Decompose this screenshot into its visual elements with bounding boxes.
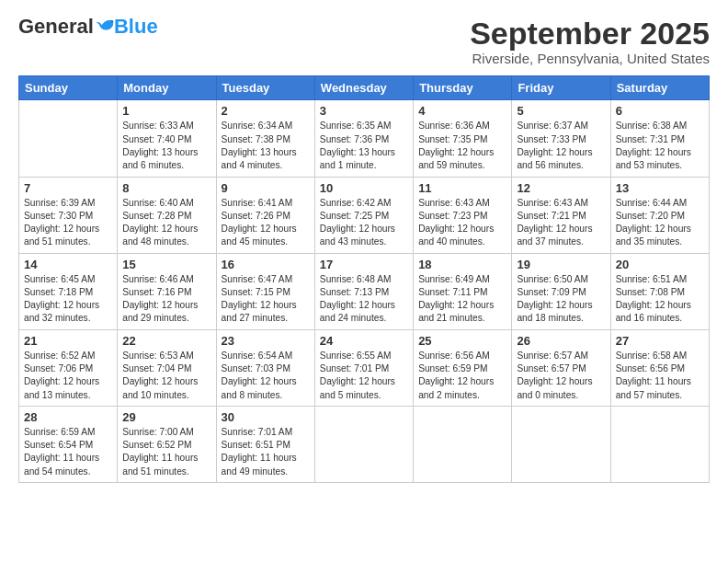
- day-number: 3: [320, 104, 408, 118]
- cell-data: Sunrise: 6:43 AMSunset: 7:21 PMDaylight:…: [517, 197, 605, 249]
- day-number: 27: [616, 334, 704, 348]
- day-number: 9: [222, 181, 310, 195]
- calendar-cell: 20Sunrise: 6:51 AMSunset: 7:08 PMDayligh…: [610, 253, 709, 329]
- calendar-cell: 25Sunrise: 6:56 AMSunset: 6:59 PMDayligh…: [414, 329, 512, 406]
- day-header-friday: Friday: [512, 76, 610, 100]
- calendar-cell: [314, 406, 413, 482]
- cell-data: Sunrise: 6:45 AMSunset: 7:18 PMDaylight:…: [24, 273, 112, 326]
- day-number: 23: [222, 334, 310, 348]
- cell-data: Sunrise: 6:43 AMSunset: 7:23 PMDaylight:…: [418, 197, 506, 249]
- calendar-cell: 12Sunrise: 6:43 AMSunset: 7:21 PMDayligh…: [512, 177, 610, 253]
- cell-data: Sunrise: 6:57 AMSunset: 6:57 PMDaylight:…: [517, 350, 605, 402]
- cell-data: Sunrise: 6:39 AMSunset: 7:30 PMDaylight:…: [24, 197, 112, 249]
- day-number: 22: [122, 334, 210, 348]
- calendar-cell: 5Sunrise: 6:37 AMSunset: 7:33 PMDaylight…: [512, 100, 610, 177]
- day-number: 1: [122, 104, 210, 118]
- day-number: 17: [320, 258, 408, 271]
- calendar-cell: 29Sunrise: 7:00 AMSunset: 6:52 PMDayligh…: [118, 406, 216, 482]
- week-row-2: 7Sunrise: 6:39 AMSunset: 7:30 PMDaylight…: [19, 177, 710, 253]
- calendar-cell: 6Sunrise: 6:38 AMSunset: 7:31 PMDaylight…: [610, 100, 709, 177]
- calendar-table: SundayMondayTuesdayWednesdayThursdayFrid…: [18, 75, 710, 483]
- day-number: 15: [122, 258, 210, 271]
- calendar-cell: 18Sunrise: 6:49 AMSunset: 7:11 PMDayligh…: [414, 253, 512, 329]
- cell-data: Sunrise: 6:35 AMSunset: 7:36 PMDaylight:…: [320, 120, 408, 172]
- cell-data: Sunrise: 7:00 AMSunset: 6:52 PMDaylight:…: [122, 426, 210, 478]
- calendar-cell: 27Sunrise: 6:58 AMSunset: 6:56 PMDayligh…: [610, 329, 709, 406]
- week-row-4: 21Sunrise: 6:52 AMSunset: 7:06 PMDayligh…: [19, 329, 710, 406]
- calendar-cell: 3Sunrise: 6:35 AMSunset: 7:36 PMDaylight…: [314, 100, 413, 177]
- cell-data: Sunrise: 7:01 AMSunset: 6:51 PMDaylight:…: [222, 426, 310, 478]
- day-header-wednesday: Wednesday: [314, 76, 413, 100]
- calendar-cell: 22Sunrise: 6:53 AMSunset: 7:04 PMDayligh…: [118, 329, 216, 406]
- logo-blue-text: Blue: [114, 17, 158, 37]
- calendar-cell: 23Sunrise: 6:54 AMSunset: 7:03 PMDayligh…: [216, 329, 314, 406]
- cell-data: Sunrise: 6:56 AMSunset: 6:59 PMDaylight:…: [418, 350, 506, 402]
- day-header-monday: Monday: [118, 76, 216, 100]
- calendar-cell: 10Sunrise: 6:42 AMSunset: 7:25 PMDayligh…: [314, 177, 413, 253]
- day-number: 12: [517, 181, 605, 195]
- cell-data: Sunrise: 6:50 AMSunset: 7:09 PMDaylight:…: [517, 273, 605, 326]
- day-number: 14: [24, 258, 112, 271]
- cell-data: Sunrise: 6:37 AMSunset: 7:33 PMDaylight:…: [517, 120, 605, 172]
- calendar-cell: 7Sunrise: 6:39 AMSunset: 7:30 PMDaylight…: [19, 177, 118, 253]
- logo-general-text: General: [18, 17, 94, 37]
- logo: General Blue: [18, 17, 158, 37]
- cell-data: Sunrise: 6:47 AMSunset: 7:15 PMDaylight:…: [222, 273, 310, 326]
- calendar-cell: 30Sunrise: 7:01 AMSunset: 6:51 PMDayligh…: [216, 406, 314, 482]
- location: Riverside, Pennsylvania, United States: [470, 51, 710, 66]
- cell-data: Sunrise: 6:54 AMSunset: 7:03 PMDaylight:…: [222, 350, 310, 402]
- calendar-cell: 19Sunrise: 6:50 AMSunset: 7:09 PMDayligh…: [512, 253, 610, 329]
- calendar-cell: 9Sunrise: 6:41 AMSunset: 7:26 PMDaylight…: [216, 177, 314, 253]
- day-number: 7: [24, 181, 112, 195]
- day-number: 26: [517, 334, 605, 348]
- day-number: 19: [517, 258, 605, 271]
- days-header-row: SundayMondayTuesdayWednesdayThursdayFrid…: [19, 76, 710, 100]
- calendar-cell: 1Sunrise: 6:33 AMSunset: 7:40 PMDaylight…: [118, 100, 216, 177]
- cell-data: Sunrise: 6:58 AMSunset: 6:56 PMDaylight:…: [616, 350, 704, 402]
- calendar-cell: [512, 406, 610, 482]
- calendar-cell: 11Sunrise: 6:43 AMSunset: 7:23 PMDayligh…: [414, 177, 512, 253]
- day-header-tuesday: Tuesday: [216, 76, 314, 100]
- title-block: September 2025 Riverside, Pennsylvania, …: [470, 17, 710, 66]
- calendar-cell: 15Sunrise: 6:46 AMSunset: 7:16 PMDayligh…: [118, 253, 216, 329]
- calendar-cell: 4Sunrise: 6:36 AMSunset: 7:35 PMDaylight…: [414, 100, 512, 177]
- cell-data: Sunrise: 6:34 AMSunset: 7:38 PMDaylight:…: [222, 120, 310, 172]
- day-number: 28: [24, 410, 112, 424]
- week-row-3: 14Sunrise: 6:45 AMSunset: 7:18 PMDayligh…: [19, 253, 710, 329]
- cell-data: Sunrise: 6:52 AMSunset: 7:06 PMDaylight:…: [24, 350, 112, 402]
- logo-bird-icon: [96, 18, 114, 35]
- calendar-cell: [610, 406, 709, 482]
- day-number: 20: [616, 258, 704, 271]
- day-number: 21: [24, 334, 112, 348]
- calendar-cell: 24Sunrise: 6:55 AMSunset: 7:01 PMDayligh…: [314, 329, 413, 406]
- day-number: 10: [320, 181, 408, 195]
- day-number: 30: [222, 410, 310, 424]
- day-number: 25: [418, 334, 506, 348]
- cell-data: Sunrise: 6:41 AMSunset: 7:26 PMDaylight:…: [222, 197, 310, 249]
- cell-data: Sunrise: 6:44 AMSunset: 7:20 PMDaylight:…: [616, 197, 704, 249]
- cell-data: Sunrise: 6:48 AMSunset: 7:13 PMDaylight:…: [320, 273, 408, 326]
- week-row-5: 28Sunrise: 6:59 AMSunset: 6:54 PMDayligh…: [19, 406, 710, 482]
- day-number: 29: [122, 410, 210, 424]
- cell-data: Sunrise: 6:51 AMSunset: 7:08 PMDaylight:…: [616, 273, 704, 326]
- cell-data: Sunrise: 6:38 AMSunset: 7:31 PMDaylight:…: [616, 120, 704, 172]
- page: General Blue September 2025 Riverside, P…: [0, 0, 728, 563]
- calendar-cell: 2Sunrise: 6:34 AMSunset: 7:38 PMDaylight…: [216, 100, 314, 177]
- day-number: 8: [122, 181, 210, 195]
- day-number: 13: [616, 181, 704, 195]
- calendar-cell: 13Sunrise: 6:44 AMSunset: 7:20 PMDayligh…: [610, 177, 709, 253]
- day-header-thursday: Thursday: [414, 76, 512, 100]
- calendar-cell: [414, 406, 512, 482]
- cell-data: Sunrise: 6:59 AMSunset: 6:54 PMDaylight:…: [24, 426, 112, 478]
- day-number: 24: [320, 334, 408, 348]
- day-header-sunday: Sunday: [19, 76, 118, 100]
- cell-data: Sunrise: 6:53 AMSunset: 7:04 PMDaylight:…: [122, 350, 210, 402]
- cell-data: Sunrise: 6:33 AMSunset: 7:40 PMDaylight:…: [122, 120, 210, 172]
- cell-data: Sunrise: 6:46 AMSunset: 7:16 PMDaylight:…: [122, 273, 210, 326]
- day-number: 2: [222, 104, 310, 118]
- cell-data: Sunrise: 6:36 AMSunset: 7:35 PMDaylight:…: [418, 120, 506, 172]
- calendar-cell: 21Sunrise: 6:52 AMSunset: 7:06 PMDayligh…: [19, 329, 118, 406]
- day-number: 11: [418, 181, 506, 195]
- calendar-cell: [19, 100, 118, 177]
- cell-data: Sunrise: 6:40 AMSunset: 7:28 PMDaylight:…: [122, 197, 210, 249]
